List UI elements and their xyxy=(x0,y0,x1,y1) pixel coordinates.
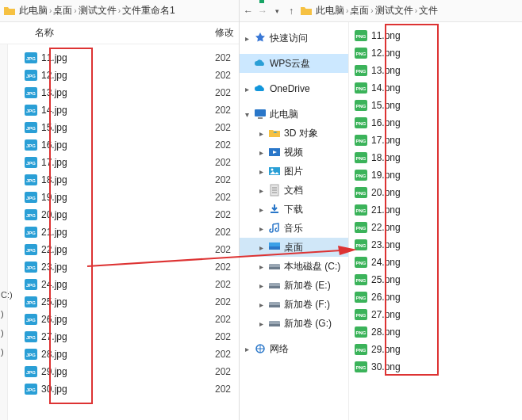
caret-icon[interactable]: ▸ xyxy=(257,129,265,138)
caret-icon[interactable]: ▸ xyxy=(243,85,251,94)
left-file-list[interactable]: 11.jpg20212.jpg20213.jpg20214.jpg20215.j… xyxy=(8,44,239,420)
file-row[interactable]: 28.jpg202 xyxy=(8,346,239,363)
file-row[interactable]: 30.jpg202 xyxy=(8,380,239,398)
caret-icon[interactable]: ▸ xyxy=(243,34,251,43)
tree-item-video[interactable]: ▸视频 xyxy=(240,143,348,162)
tree-item-music[interactable]: ▸音乐 xyxy=(240,219,348,238)
file-row[interactable]: 18.jpg202 xyxy=(8,171,239,189)
caret-icon[interactable]: ▸ xyxy=(257,148,265,157)
file-row[interactable]: 17.jpg202 xyxy=(8,154,239,171)
file-row[interactable]: 21.png xyxy=(349,201,522,219)
file-modified: 202 xyxy=(215,139,239,151)
caret-icon[interactable]: ▸ xyxy=(257,262,265,271)
file-row[interactable]: 14.png xyxy=(349,79,522,97)
caret-icon[interactable]: ▾ xyxy=(243,110,251,119)
tree-item-doc[interactable]: ▸文档 xyxy=(240,181,348,200)
file-row[interactable]: 20.png xyxy=(349,184,522,201)
caret-icon[interactable]: ▸ xyxy=(257,243,265,252)
file-row[interactable]: 22.jpg202 xyxy=(8,241,239,258)
file-row[interactable]: 27.jpg202 xyxy=(8,328,239,346)
file-row[interactable]: 15.png xyxy=(349,97,522,114)
file-row[interactable]: 13.jpg202 xyxy=(8,84,239,101)
file-name: 18.png xyxy=(371,152,522,163)
tree-item-net[interactable]: ▸网络 xyxy=(240,339,348,358)
file-row[interactable]: 23.jpg202 xyxy=(8,258,239,276)
breadcrumb-segment[interactable]: 桌面 xyxy=(350,4,369,17)
png-file-icon xyxy=(354,238,368,252)
file-row[interactable]: 20.jpg202 xyxy=(8,206,239,223)
tree-item-download[interactable]: ▸下载 xyxy=(240,200,348,219)
caret-icon[interactable]: ▸ xyxy=(257,186,265,195)
tree-item-wps[interactable]: WPS云盘 xyxy=(240,54,348,73)
file-row[interactable]: 25.jpg202 xyxy=(8,293,239,311)
nav-tree[interactable]: ▸快速访问WPS云盘▸OneDrive▾此电脑▸3D 对象▸视频▸图片▸文档▸下… xyxy=(240,22,349,420)
caret-icon[interactable]: ▸ xyxy=(243,345,251,353)
left-column-header[interactable]: 名称 修改 xyxy=(0,22,239,44)
file-row[interactable]: 14.jpg202 xyxy=(8,101,239,119)
file-row[interactable]: 25.png xyxy=(349,271,522,288)
left-nav-sliver xyxy=(0,44,8,420)
nav-dropdown-icon[interactable]: ▾ xyxy=(271,6,282,17)
tree-item-drive[interactable]: ▸本地磁盘 (C:) xyxy=(240,257,348,276)
file-row[interactable]: 19.jpg202 xyxy=(8,189,239,206)
nav-up-icon[interactable]: ↑ xyxy=(286,6,297,17)
caret-icon[interactable]: ▸ xyxy=(257,205,265,214)
tree-item-star[interactable]: ▸快速访问 xyxy=(240,29,348,48)
file-row[interactable]: 16.jpg202 xyxy=(8,136,239,154)
caret-icon[interactable]: ▸ xyxy=(257,319,265,328)
jpg-file-icon xyxy=(24,103,38,117)
file-row[interactable]: 26.png xyxy=(349,288,522,306)
file-row[interactable]: 27.png xyxy=(349,306,522,323)
breadcrumb-segment[interactable]: 桌面 xyxy=(53,4,72,17)
file-row[interactable]: 26.jpg202 xyxy=(8,311,239,328)
file-row[interactable]: 18.png xyxy=(349,149,522,166)
file-row[interactable]: 24.png xyxy=(349,254,522,271)
jpg-file-icon xyxy=(24,330,38,344)
breadcrumb-segment[interactable]: 此电脑 xyxy=(19,4,48,17)
file-row[interactable]: 13.png xyxy=(349,62,522,79)
nav-forward-icon[interactable]: → xyxy=(257,6,268,17)
nav-back-icon[interactable]: ← xyxy=(243,6,254,17)
tree-item-picture[interactable]: ▸图片 xyxy=(240,162,348,181)
file-row[interactable]: 29.png xyxy=(349,341,522,358)
file-row[interactable]: 30.png xyxy=(349,358,522,376)
file-row[interactable]: 23.png xyxy=(349,236,522,254)
breadcrumb-segment[interactable]: 文件 xyxy=(419,4,438,17)
breadcrumb-segment[interactable]: 测试文件 xyxy=(375,4,413,17)
tree-item-folder3d[interactable]: ▸3D 对象 xyxy=(240,124,348,143)
right-breadcrumb[interactable]: 此电脑 › 桌面 › 测试文件 › 文件 xyxy=(316,4,438,17)
onedrive-icon xyxy=(254,82,267,95)
tree-item-drive[interactable]: ▸新加卷 (F:) xyxy=(240,295,348,314)
file-row[interactable]: 12.jpg202 xyxy=(8,67,239,84)
file-row[interactable]: 11.png xyxy=(349,27,522,44)
caret-icon[interactable]: ▸ xyxy=(257,224,265,233)
tree-item-monitor[interactable]: ▾此电脑 xyxy=(240,105,348,124)
file-row[interactable]: 29.jpg202 xyxy=(8,363,239,380)
file-row[interactable]: 12.png xyxy=(349,44,522,62)
tree-label: 新加卷 (F:) xyxy=(284,298,330,311)
tree-item-desktop[interactable]: ▸桌面 xyxy=(240,238,348,257)
png-file-icon xyxy=(354,151,368,165)
breadcrumb-segment[interactable]: 此电脑 xyxy=(316,4,344,17)
file-row[interactable]: 16.png xyxy=(349,114,522,132)
file-row[interactable]: 19.png xyxy=(349,166,522,184)
file-row[interactable]: 15.jpg202 xyxy=(8,119,239,136)
right-file-list[interactable]: 11.png12.png13.png14.png15.png16.png17.p… xyxy=(349,22,522,420)
caret-icon[interactable]: ▸ xyxy=(257,167,265,176)
breadcrumb-segment[interactable]: 测试文件 xyxy=(79,4,117,17)
breadcrumb-segment[interactable]: 文件重命名1 xyxy=(122,4,175,17)
file-row[interactable]: 11.jpg202 xyxy=(8,49,239,67)
column-modified[interactable]: 修改 xyxy=(215,26,239,40)
file-row[interactable]: 24.jpg202 xyxy=(8,276,239,293)
tree-item-drive[interactable]: ▸新加卷 (E:) xyxy=(240,276,348,295)
caret-icon[interactable]: ▸ xyxy=(257,300,265,309)
tree-item-drive[interactable]: ▸新加卷 (G:) xyxy=(240,314,348,333)
tree-item-onedrive[interactable]: ▸OneDrive xyxy=(240,79,348,98)
column-name[interactable]: 名称 xyxy=(0,26,215,40)
left-breadcrumb[interactable]: 此电脑 › 桌面 › 测试文件 › 文件重命名1 xyxy=(19,4,175,17)
file-row[interactable]: 17.png xyxy=(349,132,522,149)
file-row[interactable]: 22.png xyxy=(349,219,522,236)
caret-icon[interactable]: ▸ xyxy=(257,281,265,290)
file-row[interactable]: 28.png xyxy=(349,323,522,341)
file-row[interactable]: 21.jpg202 xyxy=(8,223,239,241)
